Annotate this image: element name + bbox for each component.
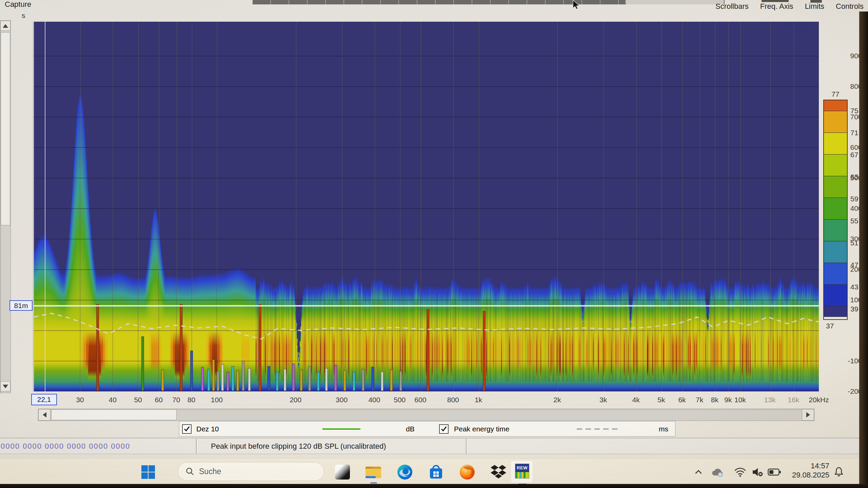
color-scale-segment-67 [824, 133, 847, 155]
status-divider [196, 439, 197, 454]
freq-tick-100: 100 [211, 396, 223, 404]
status-divider [466, 439, 467, 454]
taskbar-app-explorer[interactable] [365, 463, 382, 481]
speaker-muted-icon [752, 467, 764, 477]
color-scale-segment-47 [824, 241, 847, 263]
tray-volume-muted[interactable] [750, 463, 766, 481]
freq-tick-4k: 4k [632, 396, 640, 404]
cursor-crosshair-horizontal [34, 305, 819, 306]
taskbar-app-edge[interactable] [396, 463, 414, 481]
vertical-scrollbar-thumb[interactable] [1, 32, 10, 225]
cursor-crosshair-vertical [45, 22, 45, 391]
scroll-up-button[interactable] [0, 21, 11, 31]
color-scale-segment-55 [824, 198, 847, 220]
tray-show-hidden-icons[interactable] [692, 463, 705, 481]
status-message: Peak input before clipping 120 dB SPL (u… [211, 442, 386, 451]
file-explorer-icon [365, 465, 382, 480]
freq-tick-1k: 1k [475, 396, 482, 404]
freq-tick-80: 80 [188, 396, 195, 404]
horizontal-scrollbar[interactable] [38, 409, 814, 421]
freq-tick-60: 60 [155, 396, 162, 404]
menu-scrollbars[interactable]: Scrollbars [715, 2, 749, 11]
vertical-scrollbar[interactable] [0, 20, 11, 393]
status-counter: 0000 0000 0000 0000 0000 0000 [1, 442, 130, 451]
color-scale-label-59: 59 [850, 195, 858, 203]
tray-clock[interactable]: 14:57 29.08.2025 [776, 461, 829, 480]
menu-controls[interactable]: Controls [836, 2, 864, 11]
mouse-pointer-icon [572, 0, 580, 9]
rew-app-icon: REW [515, 464, 529, 479]
freq-tick-30: 30 [76, 396, 84, 404]
freq-tick-3k: 3k [599, 396, 607, 404]
cursor-freq-readout: 22,1 [31, 394, 57, 405]
search-input[interactable]: Suche [178, 462, 324, 481]
triangle-down-icon [3, 385, 8, 388]
scroll-down-button[interactable] [0, 381, 11, 391]
spectrogram-plot[interactable] [34, 22, 819, 391]
color-scale-segment-51 [824, 220, 847, 241]
trace-unit-db: dB [406, 425, 415, 433]
tray-time-text: 14:57 [776, 461, 829, 470]
taskbar-app-rew-active[interactable]: REW [511, 461, 533, 483]
freq-tick-200: 200 [290, 396, 301, 404]
taskbar: Suche [0, 458, 868, 485]
freq-tick-300: 300 [336, 396, 348, 404]
tray-onedrive[interactable] [710, 463, 726, 481]
color-scale-segment-39 [824, 285, 847, 306]
microsoft-store-icon [428, 464, 444, 480]
tray-wifi[interactable] [732, 463, 748, 481]
taskbar-app-snip[interactable] [334, 463, 351, 481]
top-toolbar-highlight [626, 0, 724, 4]
triangle-left-icon [43, 412, 46, 418]
triangle-right-icon [806, 412, 810, 418]
explorer-running-indicator [370, 482, 377, 484]
color-scale-label-55: 55 [850, 217, 858, 225]
menu-freq-axis[interactable]: Freq. Axis [760, 2, 793, 11]
trace-unit-ms: ms [659, 425, 668, 433]
trace-swatch-solid [322, 428, 360, 430]
check-icon [440, 426, 447, 432]
start-button[interactable] [139, 463, 157, 481]
freq-tick-10k: 10k [734, 396, 746, 404]
screen: Capture ScrollbarsFreq. AxisLimitsContro… [0, 0, 868, 488]
freq-tick-70: 70 [172, 396, 180, 404]
trace-legend-bar: Dez 10 dB Peak energy time ms [179, 421, 675, 436]
taskbar-app-dropbox[interactable] [490, 463, 507, 481]
search-placeholder: Suche [199, 467, 221, 476]
color-scale-label-51: 51 [850, 239, 858, 247]
scroll-left-button[interactable] [38, 409, 51, 421]
color-scale-segment-43 [824, 263, 847, 285]
taskbar-app-firefox[interactable] [458, 463, 476, 481]
time-axis-unit: s [22, 12, 25, 20]
chevron-up-icon [694, 468, 703, 476]
color-scale-segment-71 [824, 111, 847, 133]
trace-swatch-dashed [577, 428, 617, 430]
menu-capture[interactable]: Capture [5, 0, 31, 9]
color-scale-min: 37 [826, 322, 846, 330]
scroll-right-button[interactable] [802, 409, 814, 421]
menu-limits[interactable]: Limits [805, 2, 824, 11]
screen-edge-bottom [0, 484, 868, 488]
freq-tick-500: 500 [394, 396, 406, 404]
color-scale-bar [823, 100, 848, 320]
graph-menu-bar: ScrollbarsFreq. AxisLimitsControls [715, 2, 868, 11]
horizontal-scrollbar-thumb[interactable] [51, 409, 177, 420]
photo-app-icon [335, 465, 350, 480]
trace-label-peak-energy: Peak energy time [454, 425, 509, 433]
freq-tick-50: 50 [134, 396, 142, 404]
trace-label-dez10: Dez 10 [196, 425, 219, 433]
triangle-up-icon [3, 24, 8, 28]
color-scale-segment-63 [824, 155, 847, 176]
trace-checkbox-peak-energy[interactable] [439, 424, 449, 434]
freq-tick-9k: 9k [724, 396, 732, 404]
trace-checkbox-dez10[interactable] [182, 424, 192, 434]
color-scale-label-75: 75 [850, 107, 858, 115]
bell-icon [834, 467, 844, 477]
tray-notifications[interactable] [831, 463, 846, 481]
firefox-browser-icon [459, 464, 475, 480]
tray-date-text: 29.08.2025 [776, 470, 829, 480]
screen-edge-right [859, 12, 868, 488]
freq-tick-20khz: 20kHz [809, 396, 829, 404]
color-scale-max: 77 [823, 90, 848, 98]
taskbar-app-store[interactable] [427, 463, 445, 481]
